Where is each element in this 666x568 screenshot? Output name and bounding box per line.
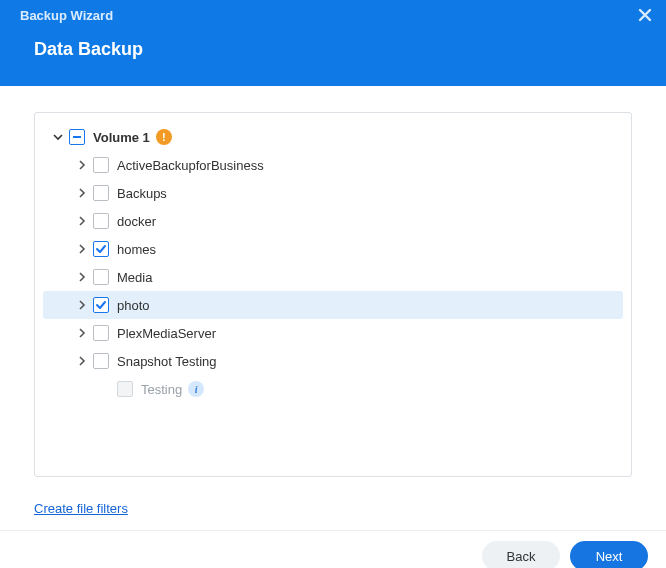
wizard-header: Backup Wizard Data Backup <box>0 0 666 86</box>
tree-root-row[interactable]: Volume 1 ! <box>43 123 623 151</box>
tree-row[interactable]: Backups <box>43 179 623 207</box>
checkbox[interactable] <box>93 353 109 369</box>
tree-item-label: Media <box>117 270 152 285</box>
tree-item-label: Backups <box>117 186 167 201</box>
checkbox[interactable] <box>93 297 109 313</box>
chevron-right-icon[interactable] <box>75 354 89 368</box>
back-button[interactable]: Back <box>482 541 560 568</box>
close-icon[interactable] <box>638 6 652 27</box>
chevron-right-icon[interactable] <box>75 158 89 172</box>
checkbox[interactable] <box>93 157 109 173</box>
chevron-right-icon[interactable] <box>75 186 89 200</box>
tree-row[interactable]: Testingi <box>43 375 623 403</box>
next-button[interactable]: Next <box>570 541 648 568</box>
checkbox <box>117 381 133 397</box>
tree-item-label: Snapshot Testing <box>117 354 217 369</box>
checkbox[interactable] <box>93 185 109 201</box>
tree-row[interactable]: ActiveBackupforBusiness <box>43 151 623 179</box>
checkbox[interactable] <box>93 213 109 229</box>
page-title: Data Backup <box>20 23 646 60</box>
tree-row[interactable]: docker <box>43 207 623 235</box>
wizard-body: Volume 1 ! ActiveBackupforBusinessBackup… <box>0 86 666 483</box>
tree-item-label: homes <box>117 242 156 257</box>
wizard-title: Backup Wizard <box>20 0 646 23</box>
chevron-down-icon[interactable] <box>51 130 65 144</box>
tree-row[interactable]: PlexMediaServer <box>43 319 623 347</box>
tree-row[interactable]: photo <box>43 291 623 319</box>
checkbox[interactable] <box>93 241 109 257</box>
tree-item-label: PlexMediaServer <box>117 326 216 341</box>
checkbox[interactable] <box>93 325 109 341</box>
chevron-right-icon[interactable] <box>75 214 89 228</box>
warning-badge-icon[interactable]: ! <box>156 129 172 145</box>
tree-item-label: photo <box>117 298 150 313</box>
chevron-right-icon[interactable] <box>75 326 89 340</box>
tree-row[interactable]: Media <box>43 263 623 291</box>
tree-row[interactable]: Snapshot Testing <box>43 347 623 375</box>
wizard-footer: Back Next <box>0 530 666 568</box>
folder-tree: Volume 1 ! ActiveBackupforBusinessBackup… <box>34 112 632 477</box>
filters-row: Create file filters <box>0 483 666 516</box>
tree-item-label: ActiveBackupforBusiness <box>117 158 264 173</box>
info-badge-icon[interactable]: i <box>188 381 204 397</box>
tree-item-label: Testing <box>141 382 182 397</box>
checkbox[interactable] <box>93 269 109 285</box>
tree-item-label: docker <box>117 214 156 229</box>
create-file-filters-link[interactable]: Create file filters <box>34 501 128 516</box>
tree-row[interactable]: homes <box>43 235 623 263</box>
chevron-right-icon[interactable] <box>75 298 89 312</box>
chevron-right-icon[interactable] <box>75 242 89 256</box>
chevron-right-icon[interactable] <box>75 270 89 284</box>
checkbox-indeterminate[interactable] <box>69 129 85 145</box>
tree-root-label: Volume 1 <box>93 130 150 145</box>
